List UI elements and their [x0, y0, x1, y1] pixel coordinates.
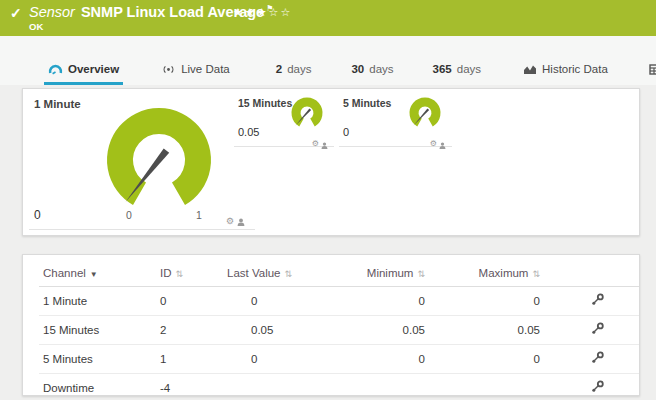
- cell-minimum: [336, 374, 431, 400]
- sort-icon: ⇅: [285, 269, 293, 279]
- stars-filled: ★★★: [233, 6, 269, 18]
- sort-desc-icon: ▼: [90, 270, 98, 279]
- tab-30-days[interactable]: 30 days: [347, 55, 397, 85]
- sensor-status-bar: ✓ SensorSNMP Linux Load Average⚑ ★★★☆☆ O…: [0, 0, 656, 36]
- column-header-minimum[interactable]: Minimum⇅: [336, 261, 431, 287]
- cell-last-value: [223, 374, 336, 400]
- tab-historic-data[interactable]: Historic Data: [519, 55, 612, 85]
- user-scope-icon[interactable]: [321, 135, 328, 153]
- channel-gear-icon[interactable]: ⚙: [430, 140, 437, 148]
- gauge-5-minutes: 5 Minutes 0 ⚙: [339, 95, 452, 147]
- cell-channel: 15 Minutes: [39, 316, 156, 345]
- table-row: Downtime -4: [39, 374, 639, 400]
- gauge-footer-icons: ⚙: [430, 135, 446, 153]
- channel-table-panel: Channel▼ ID⇅ Last Value⇅ Minimum⇅ Maximu…: [22, 254, 640, 396]
- column-header-id[interactable]: ID⇅: [156, 261, 223, 287]
- sensor-status-text: OK: [29, 21, 43, 32]
- stars-empty: ☆☆: [269, 6, 293, 18]
- tab-label: days: [287, 63, 311, 75]
- cell-id: 2: [156, 316, 223, 345]
- channel-gear-icon[interactable]: ⚙: [312, 140, 319, 148]
- gauge-15-minutes: 15 Minutes 0.05 ⚙: [234, 95, 334, 147]
- gauge-1-minute: 1 Minute 0 1 0 ⚙: [29, 95, 255, 230]
- column-header-actions: [546, 261, 639, 287]
- gauge-footer-icons: ⚙: [226, 212, 245, 230]
- channel-settings-wrench-icon[interactable]: [591, 380, 604, 395]
- tab-number: 365: [433, 63, 452, 75]
- cell-maximum: [431, 374, 546, 400]
- gauge-current-value: 0: [343, 126, 349, 138]
- gauge-title: 5 Minutes: [343, 97, 391, 109]
- channel-gear-icon[interactable]: ⚙: [226, 217, 234, 226]
- gauge-dial: [404, 96, 446, 134]
- tab-label: days: [369, 63, 393, 75]
- cell-id: -4: [156, 374, 223, 400]
- status-check-icon: ✓: [10, 5, 22, 21]
- user-scope-icon[interactable]: [237, 212, 245, 230]
- tab-label: Historic Data: [542, 63, 608, 75]
- cell-minimum: 0: [336, 287, 431, 316]
- cell-last-value: 0.05: [223, 316, 336, 345]
- channel-table: Channel▼ ID⇅ Last Value⇅ Minimum⇅ Maximu…: [39, 261, 639, 400]
- column-label: Last Value: [227, 267, 281, 279]
- sort-icon: ⇅: [532, 269, 540, 279]
- gauge-footer-icons: ⚙: [312, 135, 328, 153]
- tab-overview[interactable]: Overview: [44, 55, 123, 85]
- cell-id: 1: [156, 345, 223, 374]
- gauge-dial: [84, 98, 234, 210]
- log-icon: [649, 64, 656, 75]
- sort-icon: ⇅: [417, 269, 425, 279]
- tab-label: Overview: [68, 63, 119, 75]
- sensor-tab-bar: Overview Live Data 2 days 30 days 365 da…: [0, 36, 656, 85]
- tab-live-data[interactable]: Live Data: [157, 55, 234, 85]
- cell-channel: 5 Minutes: [39, 345, 156, 374]
- cell-maximum: 0.05: [431, 316, 546, 345]
- priority-stars[interactable]: ★★★☆☆: [233, 6, 292, 19]
- tab-label: Live Data: [181, 63, 230, 75]
- column-label: Channel: [43, 267, 86, 279]
- gauge-current-value: 0.05: [238, 126, 259, 138]
- column-label: ID: [160, 267, 172, 279]
- tab-365-days[interactable]: 365 days: [429, 55, 485, 85]
- cell-channel: 1 Minute: [39, 287, 156, 316]
- gauge-scale-min: 0: [126, 209, 132, 221]
- cell-minimum: 0: [336, 345, 431, 374]
- gauge-scale-max: 1: [196, 209, 202, 221]
- cell-maximum: 0: [431, 345, 546, 374]
- tab-number: 30: [351, 63, 364, 75]
- user-scope-icon[interactable]: [439, 135, 446, 153]
- column-header-last-value[interactable]: Last Value⇅: [223, 261, 336, 287]
- cell-last-value: 0: [223, 345, 336, 374]
- gauge-dial: [286, 96, 328, 134]
- cell-maximum: 0: [431, 287, 546, 316]
- cell-last-value: 0: [223, 287, 336, 316]
- table-header-row: Channel▼ ID⇅ Last Value⇅ Minimum⇅ Maximu…: [39, 261, 639, 287]
- cell-channel: Downtime: [39, 374, 156, 400]
- cell-id: 0: [156, 287, 223, 316]
- gauge-title: 15 Minutes: [238, 97, 292, 109]
- gauge-icon: [48, 63, 63, 75]
- channel-table-body: 1 Minute 0 0 0 0 15 Minutes 2 0.05 0.05 …: [39, 287, 639, 400]
- live-data-icon: [161, 64, 176, 75]
- object-kind-label: Sensor: [29, 4, 75, 20]
- tab-label: days: [457, 63, 481, 75]
- tab-number: 2: [276, 63, 282, 75]
- channel-settings-wrench-icon[interactable]: [591, 322, 604, 337]
- table-row: 15 Minutes 2 0.05 0.05 0.05: [39, 316, 639, 345]
- gauge-title: 1 Minute: [34, 98, 81, 110]
- channel-settings-wrench-icon[interactable]: [591, 351, 604, 366]
- historic-chart-icon: [523, 63, 537, 75]
- table-row: 5 Minutes 1 0 0 0: [39, 345, 639, 374]
- tab-log[interactable]: Log: [645, 55, 656, 85]
- table-row: 1 Minute 0 0 0 0: [39, 287, 639, 316]
- sort-icon: ⇅: [176, 269, 184, 279]
- gauge-current-value: 0: [34, 208, 41, 222]
- gauges-panel: 1 Minute 0 1 0 ⚙ 15 Minutes 0.05 ⚙ 5: [22, 88, 640, 236]
- column-header-maximum[interactable]: Maximum⇅: [431, 261, 546, 287]
- column-header-channel[interactable]: Channel▼: [39, 261, 156, 287]
- tab-2-days[interactable]: 2 days: [272, 55, 316, 85]
- channel-settings-wrench-icon[interactable]: [591, 293, 604, 308]
- column-label: Minimum: [367, 267, 414, 279]
- column-label: Maximum: [479, 267, 529, 279]
- cell-minimum: 0.05: [336, 316, 431, 345]
